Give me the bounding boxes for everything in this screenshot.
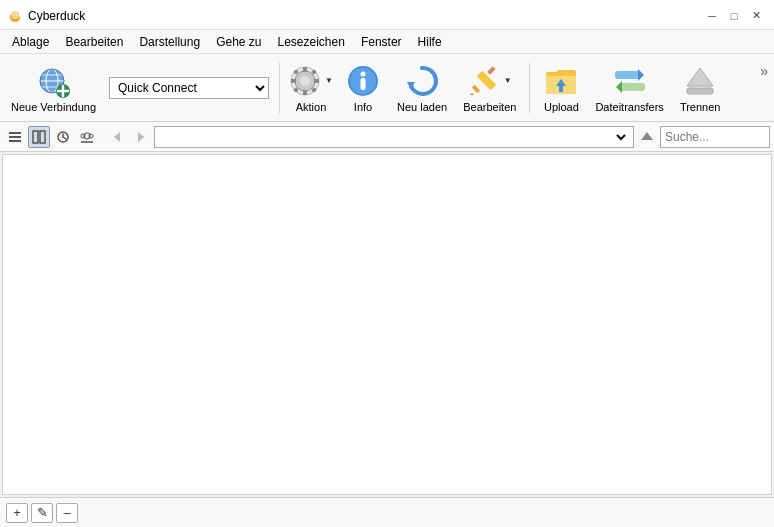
upload-label: Upload <box>544 101 579 113</box>
bearbeiten-label: Bearbeiten <box>463 101 516 113</box>
menu-lesezeichen[interactable]: Lesezeichen <box>270 33 353 51</box>
svg-rect-37 <box>619 83 645 91</box>
trennen-button[interactable]: Trennen <box>673 58 728 118</box>
edit-button[interactable]: ✎ <box>31 503 53 523</box>
svg-rect-16 <box>303 67 307 72</box>
dateitransfers-icon <box>612 63 648 99</box>
neu-laden-button[interactable]: Neu laden <box>390 58 454 118</box>
svg-rect-30 <box>472 84 480 92</box>
svg-marker-54 <box>138 132 144 142</box>
window-title: Cyberduck <box>28 9 85 23</box>
search-input[interactable] <box>665 130 774 144</box>
toolbar-separator-1 <box>279 63 280 113</box>
svg-rect-40 <box>687 88 713 94</box>
title-bar-controls: ─ □ ✕ <box>702 6 766 26</box>
quick-connect-select[interactable]: Quick Connect <box>109 77 269 99</box>
up-button[interactable] <box>636 126 658 148</box>
add-button[interactable]: + <box>6 503 28 523</box>
svg-rect-32 <box>476 70 496 90</box>
svg-rect-33 <box>487 66 495 74</box>
svg-rect-44 <box>33 131 38 143</box>
app-icon <box>8 9 22 23</box>
svg-marker-36 <box>638 69 644 81</box>
title-bar-left: Cyberduck <box>8 9 85 23</box>
aktion-icon: ▼ <box>293 63 329 99</box>
quick-connect-area: Quick Connect <box>109 77 269 99</box>
neue-verbindung-icon <box>36 63 72 99</box>
menu-bar: Ablage Bearbeiten Darstellung Gehe zu Le… <box>0 30 774 54</box>
close-button[interactable]: ✕ <box>746 6 766 26</box>
menu-bearbeiten[interactable]: Bearbeiten <box>57 33 131 51</box>
nav-bar <box>0 122 774 152</box>
svg-point-27 <box>361 71 366 76</box>
upload-icon <box>543 63 579 99</box>
info-button[interactable]: Info <box>338 58 388 118</box>
aktion-dropdown-arrow: ▼ <box>325 77 333 85</box>
svg-rect-43 <box>9 140 21 142</box>
bottom-bar: + ✎ – <box>0 497 774 527</box>
menu-fenster[interactable]: Fenster <box>353 33 410 51</box>
history-button[interactable] <box>52 126 74 148</box>
svg-rect-19 <box>314 79 319 83</box>
svg-rect-28 <box>361 78 366 90</box>
svg-rect-41 <box>9 132 21 134</box>
svg-marker-31 <box>470 93 474 95</box>
trennen-icon <box>682 63 718 99</box>
svg-rect-35 <box>615 71 641 79</box>
neu-laden-icon <box>404 63 440 99</box>
neue-verbindung-button[interactable]: Neue Verbindung <box>4 58 103 118</box>
menu-hilfe[interactable]: Hilfe <box>410 33 450 51</box>
bearbeiten-button[interactable]: ▼ Bearbeiten <box>456 58 523 118</box>
neu-laden-label: Neu laden <box>397 101 447 113</box>
bearbeiten-icon: ▼ <box>472 63 508 99</box>
info-icon <box>345 63 381 99</box>
svg-marker-39 <box>687 68 713 86</box>
svg-marker-38 <box>616 81 622 93</box>
svg-marker-53 <box>114 132 120 142</box>
svg-line-48 <box>63 137 66 139</box>
menu-darstellung[interactable]: Darstellung <box>131 33 208 51</box>
toolbar-more-button[interactable]: » <box>758 61 770 81</box>
aktion-label: Aktion <box>296 101 327 113</box>
svg-rect-45 <box>40 131 45 143</box>
svg-rect-18 <box>291 79 296 83</box>
maximize-button[interactable]: □ <box>724 6 744 26</box>
aktion-button[interactable]: ▼ Aktion <box>286 58 336 118</box>
main-content-area <box>2 154 772 495</box>
svg-point-1 <box>11 11 19 19</box>
minimize-button[interactable]: ─ <box>702 6 722 26</box>
search-box <box>660 126 770 148</box>
menu-ablage[interactable]: Ablage <box>4 33 57 51</box>
forward-button[interactable] <box>130 126 152 148</box>
path-select[interactable] <box>159 126 629 148</box>
svg-marker-55 <box>641 132 653 140</box>
info-label: Info <box>354 101 372 113</box>
toolbar-separator-2 <box>529 63 530 113</box>
list-view-button[interactable] <box>4 126 26 148</box>
svg-rect-17 <box>303 90 307 95</box>
remove-button[interactable]: – <box>56 503 78 523</box>
upload-button[interactable]: Upload <box>536 58 586 118</box>
menu-gehe-zu[interactable]: Gehe zu <box>208 33 269 51</box>
svg-point-3 <box>17 13 18 14</box>
path-bar <box>154 126 634 148</box>
back-button[interactable] <box>106 126 128 148</box>
title-bar: Cyberduck ─ □ ✕ <box>0 0 774 30</box>
bookmarks-button[interactable] <box>76 126 98 148</box>
dateitransfers-button[interactable]: Dateitransfers <box>588 58 670 118</box>
dateitransfers-label: Dateitransfers <box>595 101 663 113</box>
svg-point-24 <box>300 76 310 86</box>
neue-verbindung-label: Neue Verbindung <box>11 101 96 113</box>
outline-view-button[interactable] <box>28 126 50 148</box>
bearbeiten-dropdown-arrow: ▼ <box>504 77 512 85</box>
main-toolbar: Neue Verbindung Quick Connect <box>0 54 774 122</box>
svg-rect-42 <box>9 136 21 138</box>
trennen-label: Trennen <box>680 101 721 113</box>
